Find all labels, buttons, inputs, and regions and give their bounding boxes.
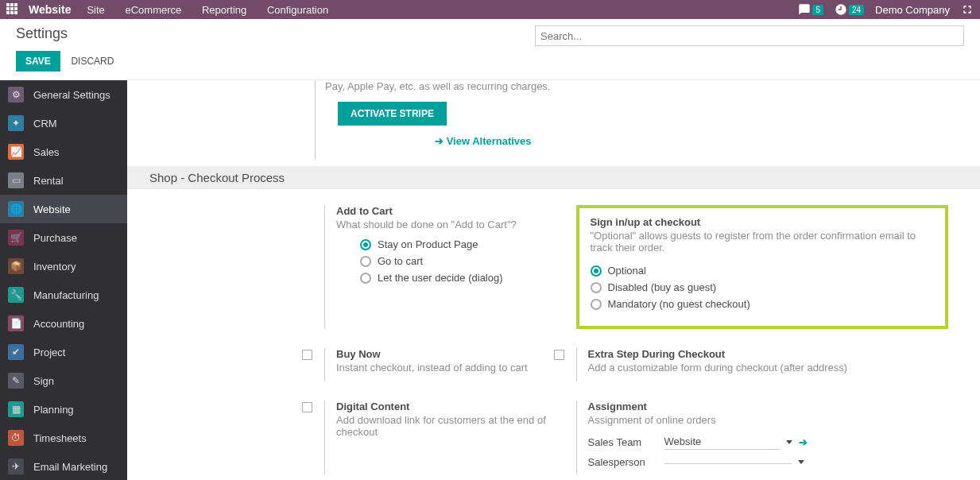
add-to-cart-title: Add to Cart xyxy=(336,205,554,217)
sidebar-label: Manufacturing xyxy=(33,289,99,301)
radio-gotocart[interactable] xyxy=(360,256,371,267)
sidebar-label: Purchase xyxy=(33,232,77,244)
stripe-desc-partial: Pay, Apple Pay, etc. as well as recurrin… xyxy=(316,80,980,102)
sidebar-icon: 🛒 xyxy=(8,230,24,246)
sidebar-icon: ⏱ xyxy=(8,430,24,446)
sidebar-item-rental[interactable]: ▭Rental xyxy=(0,166,127,195)
sidebar-item-email-marketing[interactable]: ✈Email Marketing xyxy=(0,452,127,480)
expand-icon[interactable] xyxy=(961,3,974,16)
assignment-title: Assignment xyxy=(588,401,965,412)
sidebar-icon: 🌐 xyxy=(8,201,24,217)
header: Settings xyxy=(0,19,980,46)
search-input[interactable] xyxy=(535,25,964,46)
sidebar-item-sign[interactable]: ✎Sign xyxy=(0,366,127,395)
sidebar-item-accounting[interactable]: 📄Accounting xyxy=(0,309,127,338)
brand[interactable]: Website xyxy=(29,3,71,16)
sidebar-icon: 📦 xyxy=(8,258,24,274)
sidebar-label: Inventory xyxy=(33,261,76,273)
view-alternatives-link[interactable]: ➔ View Alternatives xyxy=(435,135,532,147)
sidebar-item-sales[interactable]: 📈Sales xyxy=(0,137,127,166)
topbar: Website Site eCommerce Reporting Configu… xyxy=(0,0,980,19)
sidebar-label: Planning xyxy=(33,404,74,416)
sidebar-label: Timesheets xyxy=(33,432,87,444)
sidebar-item-purchase[interactable]: 🛒Purchase xyxy=(0,223,127,252)
sidebar-label: Rental xyxy=(33,175,64,187)
sidebar-item-crm[interactable]: ✦CRM xyxy=(0,109,127,137)
sidebar-item-website[interactable]: 🌐Website xyxy=(0,195,127,223)
extra-step-title: Extra Step During Checkout xyxy=(588,348,965,360)
sales-team-select[interactable]: Website xyxy=(664,434,780,450)
extra-step-sub: Add a customizable form during checkout … xyxy=(588,362,965,374)
menu-configuration[interactable]: Configuration xyxy=(267,4,328,16)
signin-sub: "Optional" allows guests to register fro… xyxy=(591,230,935,254)
sidebar-icon: ✦ xyxy=(8,115,24,131)
sidebar-label: Project xyxy=(33,346,65,358)
activity-count: 24 xyxy=(849,5,864,15)
buy-now-sub: Instant checkout, instead of adding to c… xyxy=(336,362,554,374)
menu-ecommerce[interactable]: eCommerce xyxy=(125,4,181,16)
sidebar-icon: ▦ xyxy=(8,401,24,417)
clock-icon xyxy=(835,3,847,16)
sidebar-icon: ▭ xyxy=(8,172,24,188)
digital-sub: Add download link for customers at the e… xyxy=(336,414,554,438)
caret-down-icon xyxy=(798,460,804,464)
digital-title: Digital Content xyxy=(336,401,554,412)
content: Pay, Apple Pay, etc. as well as recurrin… xyxy=(127,80,980,480)
menu-site[interactable]: Site xyxy=(87,4,104,16)
sidebar: ⚙General Settings✦CRM📈Sales▭Rental🌐Websi… xyxy=(0,80,127,480)
buy-now-checkbox[interactable] xyxy=(302,350,312,360)
activity-indicator[interactable]: 24 xyxy=(835,3,864,16)
sidebar-icon: ✈ xyxy=(8,459,24,474)
sidebar-item-general-settings[interactable]: ⚙General Settings xyxy=(0,80,127,109)
buy-now-title: Buy Now xyxy=(336,348,554,360)
chat-icon xyxy=(798,3,811,16)
sidebar-label: Accounting xyxy=(33,318,84,330)
radio-stay[interactable] xyxy=(360,239,371,250)
discard-button[interactable]: DISCARD xyxy=(63,51,122,72)
sidebar-label: Website xyxy=(33,203,71,215)
company-name[interactable]: Demo Company xyxy=(875,4,950,16)
apps-icon[interactable] xyxy=(6,3,19,16)
add-to-cart-sub: What should be done on "Add to Cart"? xyxy=(336,219,554,230)
action-bar: SAVE DISCARD xyxy=(0,46,980,80)
sidebar-item-timesheets[interactable]: ⏱Timesheets xyxy=(0,424,127,452)
radio-mandatory[interactable] xyxy=(591,299,602,310)
sidebar-item-project[interactable]: ✔Project xyxy=(0,338,127,366)
sidebar-label: General Settings xyxy=(33,89,110,101)
radio-optional[interactable] xyxy=(591,265,602,277)
activate-stripe-button[interactable]: ACTIVATE STRIPE xyxy=(338,102,447,126)
save-button[interactable]: SAVE xyxy=(16,51,60,72)
sidebar-label: CRM xyxy=(33,118,57,130)
caret-down-icon xyxy=(786,440,792,444)
sidebar-item-planning[interactable]: ▦Planning xyxy=(0,395,127,424)
sidebar-icon: 🔧 xyxy=(8,287,24,303)
chat-indicator[interactable]: 5 xyxy=(798,3,823,16)
salesperson-label: Salesperson xyxy=(588,456,664,468)
sidebar-icon: 📈 xyxy=(8,144,24,160)
radio-disabled[interactable] xyxy=(591,282,602,293)
menu-reporting[interactable]: Reporting xyxy=(202,4,246,16)
signin-title: Sign in/up at checkout xyxy=(591,216,935,228)
sidebar-label: Email Marketing xyxy=(33,461,107,473)
radio-user-decide[interactable] xyxy=(360,273,371,284)
top-menu: Site eCommerce Reporting Configuration xyxy=(87,4,346,16)
section-header: Shop - Checkout Process xyxy=(127,166,980,189)
salesperson-select[interactable] xyxy=(664,460,792,464)
sidebar-icon: ⚙ xyxy=(8,87,24,103)
sales-team-label: Sales Team xyxy=(588,436,664,448)
assignment-sub: Assignment of online orders xyxy=(588,414,965,426)
sidebar-item-inventory[interactable]: 📦Inventory xyxy=(0,252,127,281)
page-title: Settings xyxy=(16,25,68,42)
sidebar-icon: ✎ xyxy=(8,373,24,389)
add-to-cart-block: Add to Cart What should be done on "Add … xyxy=(324,205,554,329)
sidebar-label: Sales xyxy=(33,146,60,158)
sidebar-icon: ✔ xyxy=(8,344,24,360)
digital-checkbox[interactable] xyxy=(302,402,312,412)
extra-step-checkbox[interactable] xyxy=(554,350,564,360)
arrow-right-icon: ➔ xyxy=(435,135,444,147)
sidebar-item-manufacturing[interactable]: 🔧Manufacturing xyxy=(0,281,127,309)
sidebar-icon: 📄 xyxy=(8,315,24,331)
signin-highlight: Sign in/up at checkout "Optional" allows… xyxy=(576,205,949,329)
external-link-icon[interactable]: ➔ xyxy=(799,436,808,448)
sidebar-label: Sign xyxy=(33,375,54,387)
